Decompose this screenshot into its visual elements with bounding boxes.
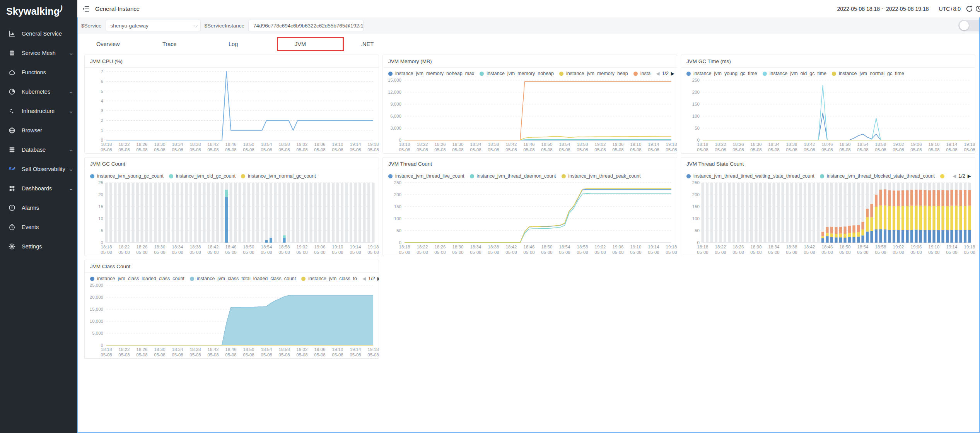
svg-text:18:26: 18:26 — [733, 142, 744, 147]
gear-icon — [8, 242, 16, 251]
svg-text:18:46: 18:46 — [225, 347, 237, 352]
sidebar-item-alarms[interactable]: Alarms — [0, 198, 77, 217]
svg-text:18:54: 18:54 — [261, 142, 272, 147]
sidebar-item-functions[interactable]: Functions — [0, 63, 77, 82]
svg-text:05-08: 05-08 — [278, 353, 290, 357]
legend-item[interactable]: instance_jvm_thread_daemon_count — [470, 173, 556, 179]
legend-next-icon[interactable]: ▶ — [671, 71, 674, 76]
legend-item[interactable]: instance_jvm_thread_live_count — [388, 173, 464, 179]
chart-card-jvm-gc-time: JVM GC Time (ms) instance_jvm_young_gc_t… — [681, 55, 975, 154]
legend-dot-icon — [90, 174, 94, 178]
svg-text:18:42: 18:42 — [506, 245, 517, 249]
svg-text:05-08: 05-08 — [350, 250, 361, 255]
legend-item[interactable]: instance_jvm_old_gc_count — [169, 173, 236, 179]
tab-log[interactable]: Log — [211, 38, 277, 51]
sidebar-item-service-mesh[interactable]: Service Mesh ⌄ — [0, 43, 77, 63]
auto-refresh-toggle[interactable] — [958, 20, 979, 31]
svg-text:5: 5 — [101, 228, 103, 233]
svg-text:15: 15 — [98, 204, 103, 209]
legend-item[interactable]: instance_jvm_normal_gc_count — [241, 173, 316, 179]
stopwatch-icon — [8, 223, 16, 231]
service-select[interactable]: shenyu-gateway — [106, 20, 201, 31]
svg-text:19:14: 19:14 — [350, 142, 361, 147]
svg-text:19:02: 19:02 — [297, 245, 308, 249]
timezone-label[interactable]: UTC+8:0 — [939, 6, 961, 12]
svg-text:19:14: 19:14 — [648, 245, 659, 249]
svg-text:19:02: 19:02 — [893, 245, 904, 249]
legend-item[interactable]: instance_jvm_memory_noheap — [480, 71, 554, 76]
sidebar-item-database[interactable]: Database ⌄ — [0, 140, 77, 159]
svg-text:19:06: 19:06 — [613, 245, 624, 249]
svg-text:05-08: 05-08 — [559, 147, 570, 152]
chart-plot: 05010015020025018:1805-0818:2205-0818:26… — [681, 76, 975, 153]
legend-item[interactable]: instance_jvm_thread_blocked_state_thread… — [820, 173, 935, 179]
legend-prev-icon[interactable]: ◀ — [656, 71, 659, 76]
legend-dot-icon — [470, 174, 474, 178]
legend-item[interactable]: instance_jvm_young_gc_count — [90, 173, 164, 179]
svg-text:05-08: 05-08 — [417, 250, 428, 255]
svg-text:15,000: 15,000 — [388, 78, 401, 82]
legend-next-icon[interactable]: ▶ — [377, 276, 379, 281]
legend-item[interactable]: insta — [633, 71, 650, 76]
legend-item[interactable]: instance_jvm_thread_timed_waiting_state_… — [686, 173, 814, 179]
chart-title: JVM Thread Count — [383, 157, 677, 170]
legend-next-icon[interactable]: ▶ — [968, 173, 971, 179]
svg-text:18:46: 18:46 — [225, 142, 237, 147]
svg-text:18:26: 18:26 — [435, 245, 446, 249]
svg-text:18:42: 18:42 — [208, 142, 219, 147]
svg-text:05-08: 05-08 — [928, 250, 939, 255]
legend-item[interactable] — [940, 174, 947, 178]
svg-text:05-08: 05-08 — [243, 147, 254, 152]
tab-jvm[interactable]: JVM — [277, 38, 343, 51]
legend-prev-icon[interactable]: ◀ — [362, 276, 366, 281]
svg-text:9,000: 9,000 — [390, 102, 401, 106]
svg-text:05-08: 05-08 — [154, 250, 165, 255]
legend-item[interactable]: instance_jvm_class_total_loaded_class_co… — [190, 276, 296, 281]
sidebar-item-infrastructure[interactable]: Infrastructure ⌄ — [0, 101, 77, 121]
legend-item[interactable]: instance_jvm_young_gc_time — [686, 71, 757, 76]
legend-item[interactable]: instance_jvm_normal_gc_time — [832, 71, 904, 76]
svg-text:19:02: 19:02 — [595, 245, 606, 249]
tab-trace[interactable]: Trace — [145, 38, 211, 51]
tab-dotnet[interactable]: .NET — [343, 38, 410, 51]
svg-text:05-08: 05-08 — [118, 147, 130, 152]
svg-text:18:50: 18:50 — [243, 245, 254, 249]
collapse-menu-icon[interactable] — [80, 3, 91, 14]
legend-item[interactable]: instance_jvm_class_to — [301, 276, 357, 281]
chart-card-jvm-thread-count: JVM Thread Count instance_jvm_thread_liv… — [382, 157, 677, 256]
sidebar-item-browser[interactable]: Browser — [0, 121, 77, 140]
legend-item[interactable]: instance_jvm_memory_heap — [559, 71, 628, 76]
legend-item[interactable]: instance_jvm_memory_noheap_max — [388, 71, 474, 76]
legend-prev-icon[interactable]: ◀ — [953, 173, 956, 179]
tab-overview[interactable]: Overview — [79, 38, 145, 51]
service-instance-select[interactable]: 74d96c778c694c6b9b6322c62d55b765@192.168 — [248, 20, 364, 31]
svg-text:18:58: 18:58 — [577, 245, 588, 249]
svg-text:150: 150 — [692, 204, 700, 209]
legend-item[interactable]: instance_jvm_class_loaded_class_count — [90, 276, 184, 281]
legend-item[interactable]: instance_jvm_old_gc_time — [763, 71, 826, 76]
clock-icon[interactable] — [974, 4, 980, 14]
svg-text:18:54: 18:54 — [857, 142, 869, 147]
svg-text:18:38: 18:38 — [190, 245, 201, 249]
svg-text:18:34: 18:34 — [470, 142, 481, 147]
svg-text:05-08: 05-08 — [750, 250, 761, 255]
sidebar-item-dashboards[interactable]: Dashboards ⌄ — [0, 179, 77, 198]
legend-item[interactable]: instance_jvm_thread_peak_count — [562, 173, 641, 179]
svg-text:18:30: 18:30 — [751, 245, 762, 249]
svg-text:6: 6 — [101, 79, 103, 84]
svg-text:18:46: 18:46 — [524, 245, 535, 249]
svg-text:05-08: 05-08 — [715, 147, 726, 152]
sidebar-item-settings[interactable]: Settings — [0, 237, 77, 256]
sidebar-item-self-observability[interactable]: Sw Self Observability ⌄ — [0, 159, 77, 179]
refresh-icon[interactable] — [965, 4, 974, 14]
time-range-picker[interactable]: 2022-05-08 18:18 ~ 2022-05-08 19:18 — [837, 6, 929, 12]
svg-text:05-08: 05-08 — [172, 147, 183, 152]
svg-text:05-08: 05-08 — [648, 250, 659, 255]
dashboard-grid-icon — [8, 184, 16, 193]
sidebar-item-kubernetes[interactable]: Kubernetes ⌄ — [0, 82, 77, 101]
sidebar-item-events[interactable]: Events — [0, 217, 77, 237]
sidebar-item-general-service[interactable]: General Service — [0, 24, 77, 43]
svg-text:18:18: 18:18 — [697, 245, 709, 249]
tab-bar: Overview Trace Log JVM .NET — [78, 34, 979, 53]
svg-text:200: 200 — [394, 192, 401, 197]
